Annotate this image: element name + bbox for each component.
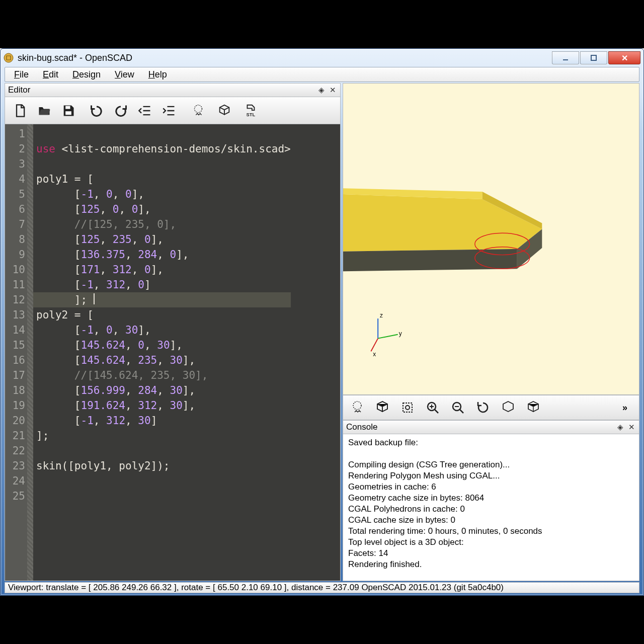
svg-line-16 xyxy=(378,335,398,339)
reset-view-button[interactable] xyxy=(473,397,493,418)
axes-button[interactable] xyxy=(498,397,518,418)
editor-toolbar: STL xyxy=(5,97,341,124)
indent-button[interactable] xyxy=(158,100,180,121)
editor-header: Editor ◈ ✕ xyxy=(5,83,341,97)
svg-rect-1 xyxy=(563,59,568,60)
svg-point-5 xyxy=(195,105,202,112)
menu-help[interactable]: Help xyxy=(141,68,174,81)
svg-text:z: z xyxy=(380,312,383,319)
svg-line-18 xyxy=(371,339,378,352)
svg-rect-21 xyxy=(403,403,412,412)
close-console-icon[interactable]: ✕ xyxy=(627,423,636,432)
console-panel: Console ◈ ✕ Saved backup file: Compiling… xyxy=(343,420,639,581)
editor-title: Editor xyxy=(8,85,30,95)
3d-viewport[interactable]: z y x xyxy=(343,83,639,395)
perspective-button[interactable] xyxy=(523,397,543,418)
minimize-button[interactable] xyxy=(552,51,579,64)
svg-line-24 xyxy=(435,410,438,413)
svg-text:STL: STL xyxy=(247,112,256,117)
status-text: Viewport: translate = [ 205.86 249.26 66… xyxy=(8,583,504,593)
svg-text:x: x xyxy=(373,351,376,358)
open-file-button[interactable] xyxy=(33,100,55,121)
render-button[interactable] xyxy=(212,100,236,121)
editor-panel: Editor ◈ ✕ STL 12345678910111213 xyxy=(5,83,341,581)
undo-button[interactable] xyxy=(86,100,108,121)
console-header: Console ◈ ✕ xyxy=(343,420,639,434)
redo-button[interactable] xyxy=(110,100,132,121)
console-title: Console xyxy=(346,422,377,432)
unindent-button[interactable] xyxy=(134,100,156,121)
svg-point-22 xyxy=(406,406,410,410)
view-all-button[interactable] xyxy=(397,397,418,418)
svg-line-28 xyxy=(460,410,463,413)
new-file-button[interactable] xyxy=(9,100,31,121)
close-button[interactable]: ✕ xyxy=(608,51,640,64)
zoom-in-button[interactable] xyxy=(423,397,443,418)
undock-icon[interactable]: ◈ xyxy=(317,86,326,95)
app-window: skin-bug.scad* - OpenSCAD ✕ File Edit De… xyxy=(0,48,644,596)
preview-view-button[interactable] xyxy=(347,397,367,418)
statusbar: Viewport: translate = [ 205.86 249.26 66… xyxy=(5,582,639,593)
app-icon xyxy=(4,53,14,63)
viewport-toolbar: » xyxy=(343,395,639,420)
line-gutter: 1234567891011121314151617181920212223242… xyxy=(5,124,27,581)
svg-rect-4 xyxy=(65,111,71,115)
render-view-button[interactable] xyxy=(372,397,392,418)
toolbar-overflow-button[interactable]: » xyxy=(615,397,635,418)
maximize-button[interactable] xyxy=(580,51,607,64)
svg-marker-7 xyxy=(343,194,542,252)
svg-rect-3 xyxy=(65,106,70,109)
menu-edit[interactable]: Edit xyxy=(36,68,65,81)
zoom-out-button[interactable] xyxy=(448,397,468,418)
titlebar[interactable]: skin-bug.scad* - OpenSCAD ✕ xyxy=(1,49,643,67)
console-output[interactable]: Saved backup file: Compiling design (CSG… xyxy=(343,434,639,581)
window-title: skin-bug.scad* - OpenSCAD xyxy=(18,53,132,63)
svg-rect-2 xyxy=(591,55,596,60)
undock-console-icon[interactable]: ◈ xyxy=(616,423,625,432)
svg-point-20 xyxy=(353,401,361,410)
preview-button[interactable] xyxy=(186,100,210,121)
save-file-button[interactable] xyxy=(57,100,79,121)
menu-file[interactable]: File xyxy=(7,68,36,81)
svg-text:y: y xyxy=(399,330,402,337)
code-editor[interactable]: 1234567891011121314151617181920212223242… xyxy=(5,124,341,581)
export-stl-button[interactable]: STL xyxy=(238,100,263,121)
svg-point-0 xyxy=(4,53,13,62)
close-panel-icon[interactable]: ✕ xyxy=(328,86,337,95)
menubar: File Edit Design View Help xyxy=(5,67,639,82)
menu-design[interactable]: Design xyxy=(65,68,108,81)
menu-view[interactable]: View xyxy=(108,68,141,81)
